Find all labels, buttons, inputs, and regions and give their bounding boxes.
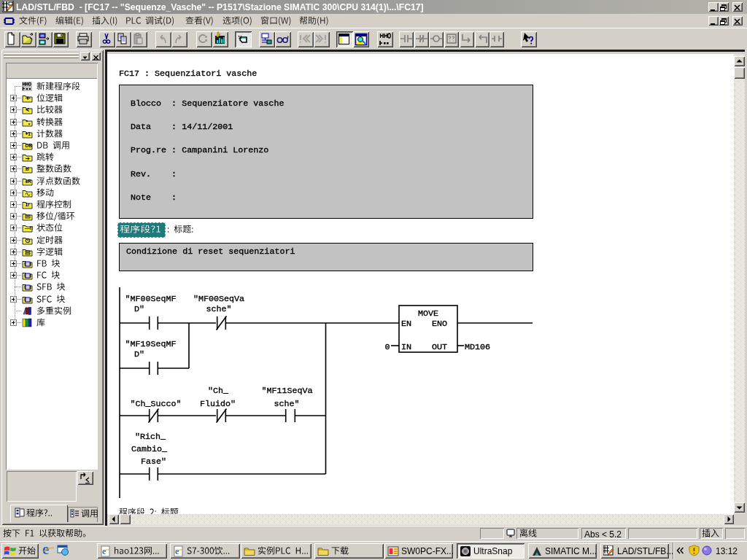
svg-text:EN: EN <box>401 319 411 329</box>
svg-text:+1: +1 <box>26 131 31 136</box>
svg-text:IN: IN <box>401 342 411 352</box>
svg-text:"MF11SeqVa: "MF11SeqVa <box>262 386 313 396</box>
svg-text:DB: DB <box>26 143 33 148</box>
svg-text:"Rich_: "Rich_ <box>135 432 166 442</box>
svg-text:Fluido": Fluido" <box>200 399 236 409</box>
svg-text:±I: ±I <box>26 166 30 171</box>
svg-text:1r: 1r <box>26 202 31 207</box>
svg-text:—I?: —I? <box>25 225 33 230</box>
svg-text:sche": sche" <box>274 399 300 409</box>
svg-text:D": D" <box>134 349 144 359</box>
svg-text:sche": sche" <box>206 304 232 314</box>
svg-text:"MF00SeqVa: "MF00SeqVa <box>193 294 244 304</box>
svg-text:"Ch_: "Ch_ <box>208 386 229 396</box>
svg-text:"MF19SeqMF: "MF19SeqMF <box>125 339 177 349</box>
svg-text:Cambio_: Cambio_ <box>131 444 168 454</box>
svg-text:"Ch_Succo": "Ch_Succo" <box>131 399 182 409</box>
svg-text:ENO: ENO <box>432 319 447 329</box>
svg-text:D": D" <box>134 304 144 314</box>
svg-text:Fase": Fase" <box>141 456 166 467</box>
svg-text:MD106: MD106 <box>465 342 490 352</box>
svg-text:0: 0 <box>385 342 390 352</box>
svg-text:OUT: OUT <box>432 342 447 352</box>
svg-text:"MF00SeqMF: "MF00SeqMF <box>125 294 177 304</box>
svg-text:MOVE: MOVE <box>418 308 438 319</box>
svg-text:±R: ±R <box>26 179 32 184</box>
